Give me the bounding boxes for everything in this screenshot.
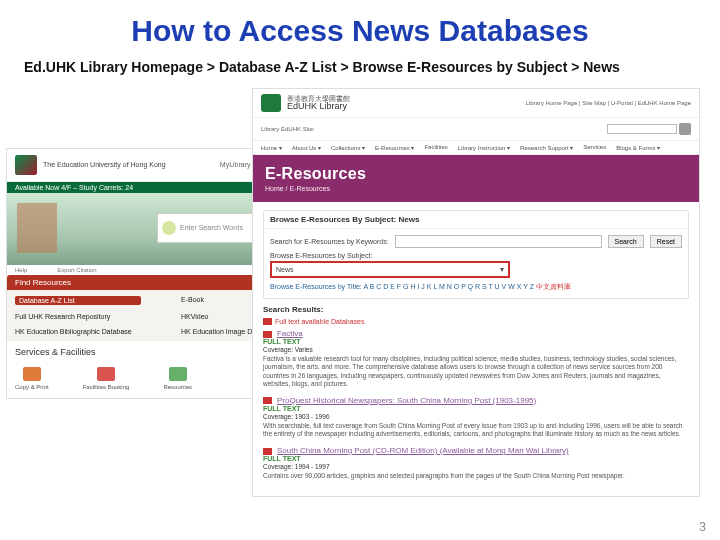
quick-search-input[interactable] [607, 124, 677, 134]
subject-label: Browse E-Resources by Subject: [270, 252, 682, 259]
library-logo [261, 94, 281, 112]
database-az-link[interactable]: Database A-Z List [15, 296, 141, 305]
az-chinese[interactable]: 中文資料庫 [536, 283, 571, 290]
reset-button[interactable]: Reset [650, 235, 682, 248]
nav-facilities[interactable]: Facilities [424, 144, 447, 151]
nav-blogs[interactable]: Blogs & Forms ▾ [616, 144, 660, 151]
result-item: South China Morning Post (CD-ROM Edition… [263, 446, 689, 480]
subject-value: News [276, 266, 294, 273]
export-citation-link[interactable]: Export Citation [57, 267, 96, 273]
keyword-label: Search for E-Resources by Keywords: [270, 238, 389, 245]
biblio-db-link[interactable]: HK Education Bibliographic Database [15, 328, 141, 335]
result-desc: Contains over 90,000 articles, graphics … [263, 472, 689, 480]
result-coverage: Coverage: 1903 - 1996 [263, 413, 689, 420]
az-letters[interactable]: A B C D E F G H I J K L M N O P Q R S T … [363, 283, 534, 290]
search-button[interactable]: Search [608, 235, 644, 248]
result-title-link[interactable]: ProQuest Historical Newspapers: South Ch… [277, 396, 536, 405]
resources-icon[interactable]: Resources [163, 367, 192, 390]
flag-icon [263, 331, 272, 338]
flag-icon [263, 448, 272, 455]
facilities-booking-icon[interactable]: Facilities Booking [83, 367, 130, 390]
results-header: Search Results: [263, 305, 689, 314]
page-title: E-Resources [265, 165, 687, 183]
nav-instruction[interactable]: Library Instruction ▾ [458, 144, 510, 151]
university-logo [15, 155, 37, 175]
screenshots-area: The Education University of Hong Kong My… [24, 88, 696, 468]
fulltext-badge: FULL TEXT [263, 405, 689, 412]
fulltext-flag-note: Full text available Databases [263, 318, 689, 326]
flag-icon [263, 318, 272, 325]
eresources-screenshot: 香港教育大學圖書館 EdUHK Library Library Home Pag… [252, 88, 700, 498]
quick-search[interactable] [607, 123, 691, 135]
fulltext-badge: FULL TEXT [263, 338, 689, 345]
page-crumb: Home / E-Resources [265, 185, 687, 192]
search-placeholder: Enter Search Words [180, 224, 243, 231]
university-name: The Education University of Hong Kong [43, 161, 166, 169]
page-number: 3 [699, 520, 706, 534]
nav-eresources[interactable]: E-Resources ▾ [375, 144, 414, 151]
quick-search-go-icon[interactable] [679, 123, 691, 135]
isearch-icon [162, 221, 176, 235]
library-top-links[interactable]: Library Home Page | Site Map | U-Portal … [526, 100, 691, 106]
result-desc: Factiva is a valuable research tool for … [263, 355, 689, 388]
main-nav[interactable]: Home ▾ About Us ▾ Collections ▾ E-Resour… [253, 141, 699, 155]
subject-select[interactable]: News [270, 261, 510, 278]
browse-section-header: Browse E-Resources By Subject: News [264, 211, 688, 229]
library-name-en: EdUHK Library [287, 102, 350, 111]
copy-print-icon[interactable]: Copy & Print [15, 367, 49, 390]
result-item: ProQuest Historical Newspapers: South Ch… [263, 396, 689, 438]
nav-about[interactable]: About Us ▾ [292, 144, 321, 151]
repository-link[interactable]: Full UHK Research Repository [15, 313, 141, 320]
page-hero: E-Resources Home / E-Resources [253, 155, 699, 202]
result-coverage: Coverage: 1994 - 1997 [263, 463, 689, 470]
fulltext-badge: FULL TEXT [263, 455, 689, 462]
slide-title: How to Access News Databases [24, 14, 696, 48]
flag-icon [263, 397, 272, 404]
nav-home[interactable]: Home ▾ [261, 144, 282, 151]
quick-search-label: Library EdUHK Site: [261, 126, 315, 132]
breadcrumb: Ed.UHK Library Homepage > Database A-Z L… [24, 58, 696, 78]
nav-research[interactable]: Research Support ▾ [520, 144, 573, 151]
az-label: Browse E-Resources by Title: [270, 283, 362, 290]
keyword-input[interactable] [395, 235, 602, 248]
nav-collections[interactable]: Collections ▾ [331, 144, 365, 151]
help-link[interactable]: Help [15, 267, 27, 273]
result-title-link[interactable]: South China Morning Post (CD-ROM Edition… [277, 446, 569, 455]
result-coverage: Coverage: Varies [263, 346, 689, 353]
nav-services[interactable]: Services [583, 144, 606, 151]
result-item: Factiva FULL TEXT Coverage: Varies Facti… [263, 329, 689, 388]
result-desc: With searchable, full text coverage from… [263, 422, 689, 438]
result-title-link[interactable]: Factiva [277, 329, 303, 338]
